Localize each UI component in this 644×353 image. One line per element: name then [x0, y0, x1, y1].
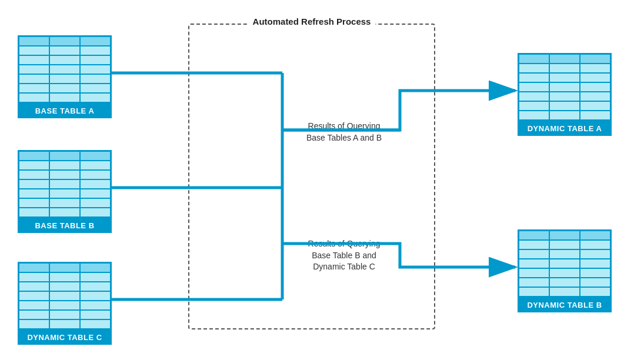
cell [49, 198, 80, 208]
cell [519, 240, 549, 249]
diagram-container: BASE TABLE A BASE TABLE B DYNAMIC TABLE … [0, 0, 644, 353]
cell [519, 101, 549, 111]
cell [19, 291, 49, 301]
cell [580, 73, 610, 82]
cell [80, 36, 111, 46]
cell [519, 231, 549, 240]
cell [80, 198, 111, 208]
cell [80, 93, 111, 102]
cell [580, 92, 610, 101]
cell [49, 282, 80, 291]
cell [49, 151, 80, 161]
cell [19, 84, 49, 93]
cell [49, 93, 80, 102]
dynamic-table-c-label: DYNAMIC TABLE C [18, 330, 112, 345]
cell [49, 179, 80, 189]
cell [580, 278, 610, 287]
cell [49, 263, 80, 272]
cell [19, 151, 49, 161]
cell [49, 310, 80, 319]
cell [549, 287, 580, 297]
cell [19, 272, 49, 282]
cell [549, 268, 580, 278]
cell [80, 291, 111, 301]
cell [80, 170, 111, 179]
cell [80, 65, 111, 74]
cell [80, 55, 111, 65]
cell [519, 259, 549, 268]
cell [519, 268, 549, 278]
cell [80, 310, 111, 319]
cell [580, 54, 610, 64]
cell [80, 161, 111, 170]
cell [19, 170, 49, 179]
cell [580, 111, 610, 120]
dynamic-table-a-grid [518, 53, 612, 121]
cell [580, 101, 610, 111]
cell [19, 301, 49, 310]
automated-refresh-box: Automated Refresh Process [188, 24, 435, 329]
results-b-label: Results of QueryingBase Table B andDynam… [297, 238, 391, 273]
cell [49, 272, 80, 282]
cell [19, 74, 49, 84]
cell [49, 46, 80, 55]
cell [580, 231, 610, 240]
dynamic-table-a-label: DYNAMIC TABLE A [518, 121, 612, 136]
cell [580, 268, 610, 278]
cell [80, 301, 111, 310]
results-a-label: Results of QueryingBase Tables A and B [297, 121, 391, 144]
dynamic-table-b-grid [518, 229, 612, 298]
cell [80, 74, 111, 84]
cell [19, 282, 49, 291]
cell [49, 189, 80, 198]
cell [519, 249, 549, 259]
cell [19, 179, 49, 189]
cell [49, 291, 80, 301]
dynamic-table-b: DYNAMIC TABLE B [518, 229, 612, 312]
cell [519, 64, 549, 73]
cell [19, 310, 49, 319]
cell [519, 278, 549, 287]
base-table-a-grid [18, 35, 112, 104]
cell [519, 287, 549, 297]
cell [580, 240, 610, 249]
cell [80, 179, 111, 189]
automated-refresh-title: Automated Refresh Process [248, 16, 376, 26]
cell [580, 287, 610, 297]
cell [580, 64, 610, 73]
cell [49, 74, 80, 84]
cell [49, 65, 80, 74]
cell [19, 161, 49, 170]
cell [19, 55, 49, 65]
cell [49, 36, 80, 46]
base-table-a-label: BASE TABLE A [18, 104, 112, 118]
cell [49, 208, 80, 217]
cell [80, 189, 111, 198]
base-table-b: BASE TABLE B [18, 150, 112, 233]
cell [519, 82, 549, 92]
cell [549, 54, 580, 64]
cell [80, 151, 111, 161]
cell [519, 111, 549, 120]
dynamic-table-b-label: DYNAMIC TABLE B [518, 298, 612, 312]
cell [19, 65, 49, 74]
cell [549, 278, 580, 287]
cell [80, 282, 111, 291]
cell [549, 249, 580, 259]
cell [80, 272, 111, 282]
cell [19, 319, 49, 329]
cell [549, 82, 580, 92]
base-table-b-label: BASE TABLE B [18, 218, 112, 233]
cell [519, 54, 549, 64]
dynamic-table-c: DYNAMIC TABLE C [18, 262, 112, 345]
cell [80, 208, 111, 217]
cell [80, 46, 111, 55]
cell [580, 82, 610, 92]
cell [549, 259, 580, 268]
cell [19, 263, 49, 272]
cell [549, 101, 580, 111]
cell [549, 73, 580, 82]
base-table-a: BASE TABLE A [18, 35, 112, 118]
cell [19, 46, 49, 55]
base-table-b-grid [18, 150, 112, 218]
